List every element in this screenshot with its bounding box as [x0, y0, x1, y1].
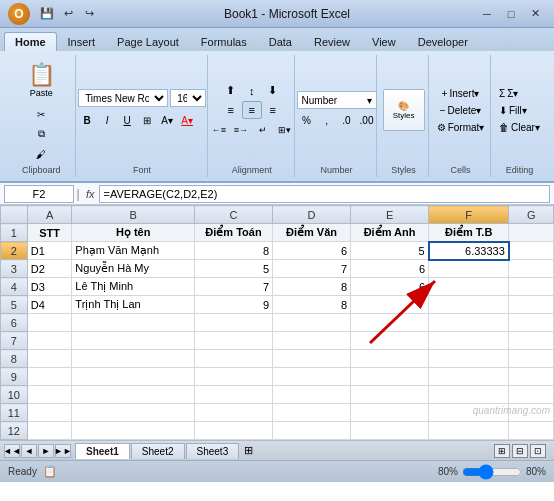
cell-8-6[interactable] [509, 350, 554, 368]
cell-7-5[interactable] [429, 332, 509, 350]
row-header-7[interactable]: 7 [1, 332, 28, 350]
cell-6-3[interactable] [273, 314, 351, 332]
row-header-9[interactable]: 9 [1, 368, 28, 386]
row-header-6[interactable]: 6 [1, 314, 28, 332]
redo-qa-btn[interactable]: ↪ [80, 5, 98, 23]
cell-1-5[interactable]: Điểm T.B [429, 224, 509, 242]
cell-6-1[interactable] [72, 314, 195, 332]
styles-button[interactable]: 🎨 Styles [383, 89, 425, 131]
cell-9-2[interactable] [194, 368, 272, 386]
cell-12-4[interactable] [351, 422, 429, 440]
percent-button[interactable]: % [298, 111, 316, 129]
cell-7-6[interactable] [509, 332, 554, 350]
underline-button[interactable]: U [118, 111, 136, 129]
decrease-decimal-button[interactable]: .00 [358, 111, 376, 129]
cell-9-0[interactable] [27, 368, 72, 386]
cell-11-1[interactable] [72, 404, 195, 422]
cell-2-5[interactable]: 6.33333 [429, 242, 509, 260]
format-painter-button[interactable]: 🖌 [32, 145, 50, 163]
cell-4-6[interactable] [509, 278, 554, 296]
cell-8-5[interactable] [429, 350, 509, 368]
cell-7-4[interactable] [351, 332, 429, 350]
sheet-extra-icon[interactable]: ⊞ [244, 444, 253, 457]
cell-8-4[interactable] [351, 350, 429, 368]
cell-11-4[interactable] [351, 404, 429, 422]
comma-button[interactable]: , [318, 111, 336, 129]
col-header-a[interactable]: A [27, 206, 72, 224]
minimize-button[interactable]: ─ [476, 5, 498, 23]
clear-button[interactable]: 🗑 Clear▾ [495, 120, 544, 135]
row-header-2[interactable]: 2 [1, 242, 28, 260]
cell-2-6[interactable] [509, 242, 554, 260]
cell-8-1[interactable] [72, 350, 195, 368]
cell-5-2[interactable]: 9 [194, 296, 272, 314]
cell-6-0[interactable] [27, 314, 72, 332]
italic-button[interactable]: I [98, 111, 116, 129]
tab-data[interactable]: Data [258, 32, 303, 51]
cell-4-5[interactable] [429, 278, 509, 296]
cell-3-5[interactable] [429, 260, 509, 278]
tab-insert[interactable]: Insert [57, 32, 107, 51]
cell-9-4[interactable] [351, 368, 429, 386]
align-center-button[interactable]: ≡ [242, 101, 262, 119]
cell-3-3[interactable]: 7 [273, 260, 351, 278]
normal-view-btn[interactable]: ⊞ [494, 444, 510, 458]
cell-2-2[interactable]: 8 [194, 242, 272, 260]
cell-6-5[interactable] [429, 314, 509, 332]
cell-12-2[interactable] [194, 422, 272, 440]
increase-decimal-button[interactable]: .0 [338, 111, 356, 129]
align-bottom-button[interactable]: ⬇ [263, 82, 283, 100]
row-header-5[interactable]: 5 [1, 296, 28, 314]
col-header-b[interactable]: B [72, 206, 195, 224]
cell-5-0[interactable]: D4 [27, 296, 72, 314]
bold-button[interactable]: B [78, 111, 96, 129]
cell-6-6[interactable] [509, 314, 554, 332]
tab-page-layout[interactable]: Page Layout [106, 32, 190, 51]
cell-7-2[interactable] [194, 332, 272, 350]
cell-4-0[interactable]: D3 [27, 278, 72, 296]
cell-4-4[interactable]: 6 [351, 278, 429, 296]
maximize-button[interactable]: □ [500, 5, 522, 23]
autosum-button[interactable]: Σ Σ▾ [495, 86, 544, 101]
decrease-indent-button[interactable]: ←≡ [209, 121, 229, 139]
cell-5-6[interactable] [509, 296, 554, 314]
cell-1-4[interactable]: Điểm Anh [351, 224, 429, 242]
cell-8-3[interactable] [273, 350, 351, 368]
sheet-tab-3[interactable]: Sheet3 [186, 443, 240, 459]
save-qa-btn[interactable]: 💾 [38, 5, 56, 23]
cell-9-6[interactable] [509, 368, 554, 386]
tab-developer[interactable]: Developer [407, 32, 479, 51]
align-left-button[interactable]: ≡ [221, 101, 241, 119]
cell-1-3[interactable]: Điểm Văn [273, 224, 351, 242]
fill-color-button[interactable]: A▾ [158, 111, 176, 129]
sheet-prev-btn[interactable]: ◄ [21, 444, 37, 458]
align-top-button[interactable]: ⬆ [221, 82, 241, 100]
cell-12-1[interactable] [72, 422, 195, 440]
format-cells-button[interactable]: ⚙Format▾ [433, 120, 489, 135]
sheet-tab-1[interactable]: Sheet1 [75, 443, 130, 459]
cell-10-2[interactable] [194, 386, 272, 404]
row-header-4[interactable]: 4 [1, 278, 28, 296]
page-layout-view-btn[interactable]: ⊟ [512, 444, 528, 458]
col-header-d[interactable]: D [273, 206, 351, 224]
cell-5-1[interactable]: Trịnh Thị Lan [72, 296, 195, 314]
col-header-f[interactable]: F [429, 206, 509, 224]
align-right-button[interactable]: ≡ [263, 101, 283, 119]
tab-review[interactable]: Review [303, 32, 361, 51]
cell-10-6[interactable] [509, 386, 554, 404]
cell-2-4[interactable]: 5 [351, 242, 429, 260]
font-size-select[interactable]: 16 [170, 89, 206, 107]
zoom-slider[interactable] [462, 467, 522, 477]
row-header-12[interactable]: 12 [1, 422, 28, 440]
cell-4-1[interactable]: Lê Thị Minh [72, 278, 195, 296]
cell-6-2[interactable] [194, 314, 272, 332]
cell-7-0[interactable] [27, 332, 72, 350]
cell-9-1[interactable] [72, 368, 195, 386]
cell-1-0[interactable]: STT [27, 224, 72, 242]
border-button[interactable]: ⊞ [138, 111, 156, 129]
cell-3-1[interactable]: Nguyễn Hà My [72, 260, 195, 278]
col-header-c[interactable]: C [194, 206, 272, 224]
col-header-g[interactable]: G [509, 206, 554, 224]
undo-qa-btn[interactable]: ↩ [59, 5, 77, 23]
col-header-e[interactable]: E [351, 206, 429, 224]
